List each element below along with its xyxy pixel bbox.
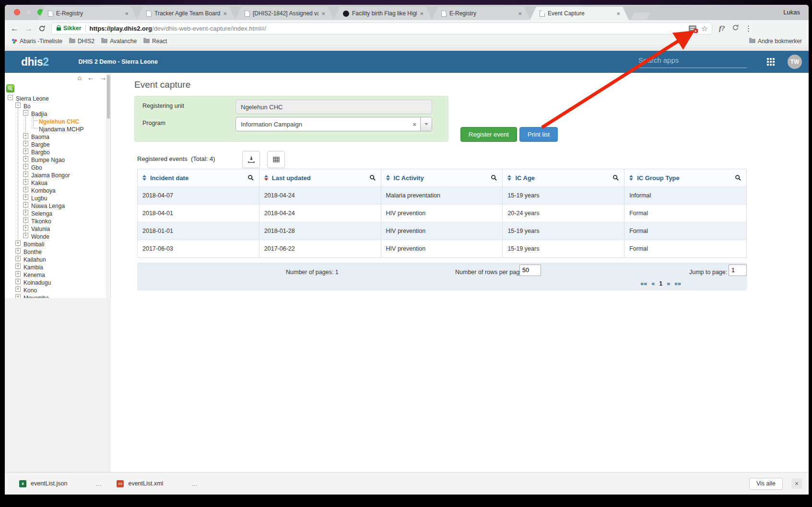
expander-icon[interactable]: − — [15, 103, 21, 108]
tree-item-kenema[interactable]: +Kenema — [5, 270, 106, 278]
apps-grid-icon[interactable] — [767, 58, 775, 66]
expander-icon[interactable]: + — [23, 179, 28, 184]
expander-icon[interactable]: + — [15, 271, 21, 277]
program-select[interactable]: Information Campaign × — [235, 117, 432, 131]
minimize-window-button[interactable] — [25, 9, 32, 15]
extension-f-icon[interactable]: f? — [719, 24, 725, 33]
back-button-icon[interactable]: ← — [11, 24, 19, 33]
tree-item-kailahun[interactable]: +Kailahun — [5, 255, 106, 263]
search-apps-input[interactable]: Search apps — [638, 56, 747, 68]
expander-icon[interactable]: + — [23, 225, 28, 230]
expander-icon[interactable]: + — [23, 187, 28, 192]
bookmark-dhis2[interactable]: DHIS2 — [69, 38, 94, 45]
search-icon[interactable] — [612, 174, 619, 181]
pager-item[interactable]: »» — [674, 280, 681, 287]
expander-icon[interactable]: + — [15, 279, 21, 284]
expander-icon[interactable]: + — [23, 172, 28, 177]
tree-item-jaiama-bongor[interactable]: +Jaiama Bongor — [5, 171, 106, 178]
extension-cycle-icon[interactable] — [732, 24, 739, 33]
tree-item-label[interactable]: Moyamba — [22, 294, 50, 298]
register-event-button[interactable]: Register event — [460, 127, 517, 142]
expander-icon[interactable]: − — [8, 95, 13, 100]
bookmark-avalanche[interactable]: Avalanche — [101, 38, 137, 45]
table-row[interactable]: 2017-06-032017-06-22HIV prevention15-19 … — [138, 240, 746, 257]
tree-item-tikonko[interactable]: +Tikonko — [5, 217, 106, 224]
tree-item-kambia[interactable]: +Kambia — [5, 263, 106, 270]
browser-tab-event-capture[interactable]: Event Capture× — [530, 7, 629, 20]
bookmark-abaris-timeliste[interactable]: Abaris -Timeliste — [12, 38, 62, 45]
expander-icon[interactable]: + — [23, 149, 28, 154]
browser-tab-e-registry[interactable]: E-Registry× — [38, 7, 137, 20]
column-header-last-updated[interactable]: Last updated — [259, 169, 381, 186]
registering-unit-field[interactable] — [235, 100, 432, 114]
tree-item-koinadugu[interactable]: +Koinadugu — [5, 278, 106, 286]
tab-close-icon[interactable]: × — [420, 11, 424, 17]
expander-icon[interactable]: + — [15, 264, 21, 269]
tree-item-komboya[interactable]: +Komboya — [5, 186, 106, 194]
browser-menu-icon[interactable]: ⋮ — [745, 24, 753, 33]
tree-item-niawa-lenga[interactable]: +Niawa Lenga — [5, 201, 106, 209]
download-menu-icon[interactable]: … — [95, 480, 102, 487]
sort-icon[interactable] — [264, 175, 268, 181]
close-window-button[interactable] — [14, 9, 20, 15]
expander-icon[interactable]: + — [23, 164, 28, 169]
dropdown-arrow-icon[interactable] — [420, 117, 432, 131]
home-icon[interactable]: ⌂ — [78, 74, 82, 81]
expander-icon[interactable]: + — [23, 202, 28, 207]
reload-button-icon[interactable] — [38, 25, 46, 32]
expander-icon[interactable]: + — [15, 256, 21, 261]
download-menu-icon[interactable]: … — [191, 480, 198, 487]
tree-item-valunia[interactable]: +Valunia — [5, 224, 106, 232]
tree-scrollbar[interactable] — [106, 73, 110, 298]
tree-item-badjia[interactable]: −Badjia — [5, 109, 106, 117]
print-list-button[interactable]: Print list — [519, 127, 558, 142]
expander-icon[interactable]: + — [15, 241, 21, 246]
new-tab-button[interactable] — [630, 12, 650, 20]
rows-per-page-input[interactable] — [519, 265, 541, 276]
tab-close-icon[interactable]: × — [518, 11, 522, 17]
tree-item-lugbu[interactable]: +Lugbu — [5, 194, 106, 201]
tree-scrollbar-thumb[interactable] — [107, 75, 110, 119]
search-icon[interactable] — [247, 174, 254, 181]
expander-icon[interactable]: + — [23, 195, 28, 200]
tree-item-bumpe-ngao[interactable]: +Bumpe Ngao — [5, 155, 106, 163]
tab-close-icon[interactable]: × — [223, 11, 227, 17]
page-action-extension-icon[interactable] — [689, 25, 696, 32]
sort-icon[interactable] — [386, 175, 390, 181]
expander-icon[interactable]: + — [23, 210, 28, 215]
tree-item-kono[interactable]: +Kono — [5, 286, 106, 293]
column-header-ic-group-type[interactable]: IC Group Type — [624, 169, 746, 186]
expander-icon[interactable]: + — [23, 133, 28, 138]
tree-item-gbo[interactable]: +Gbo — [5, 163, 106, 171]
tree-item-bo[interactable]: −Bo — [5, 102, 106, 109]
tree-item-selenga[interactable]: +Selenga — [5, 209, 106, 217]
sort-icon[interactable] — [507, 175, 511, 181]
sort-icon[interactable] — [629, 175, 633, 181]
tree-item-bombali[interactable]: +Bombali — [5, 240, 106, 247]
jump-to-page-input[interactable] — [729, 265, 747, 276]
column-header-incident-date[interactable]: Incident date — [138, 169, 259, 186]
forward-button-icon[interactable]: → — [24, 24, 33, 33]
expander-icon[interactable]: − — [23, 110, 28, 115]
pager-item[interactable]: » — [667, 280, 670, 287]
tab-close-icon[interactable]: × — [125, 11, 129, 17]
tree-item-wonde[interactable]: +Wonde — [5, 232, 106, 240]
download-events-button[interactable] — [242, 151, 260, 168]
dhis2-logo[interactable]: dhis2 — [21, 56, 49, 69]
tree-item-ngelehun-chc[interactable]: Ngelehun CHC — [5, 117, 106, 125]
expander-icon[interactable]: + — [23, 156, 28, 161]
sort-icon[interactable] — [142, 175, 146, 181]
grid-view-button[interactable] — [267, 151, 285, 168]
profile-name[interactable]: Lukas — [783, 9, 800, 16]
download-item-eventlist-xml[interactable]: eventList.xml… — [117, 480, 198, 487]
expander-icon[interactable]: + — [23, 218, 28, 223]
tree-item-bargbe[interactable]: +Bargbe — [5, 140, 106, 148]
tree-item-njandama-mchp[interactable]: Njandama MCHP — [5, 125, 106, 132]
clear-selection-icon[interactable]: × — [409, 121, 420, 128]
show-all-downloads-button[interactable]: Vis alle — [749, 478, 783, 490]
table-row[interactable]: 2018-01-012018-01-28HIV prevention15-19 … — [138, 222, 746, 240]
table-row[interactable]: 2018-04-072018-04-24Malaria preventation… — [138, 186, 746, 204]
search-icon[interactable] — [735, 174, 741, 181]
tree-item-baoma[interactable]: +Baoma — [5, 132, 106, 140]
pager-item[interactable]: «« — [640, 280, 647, 287]
